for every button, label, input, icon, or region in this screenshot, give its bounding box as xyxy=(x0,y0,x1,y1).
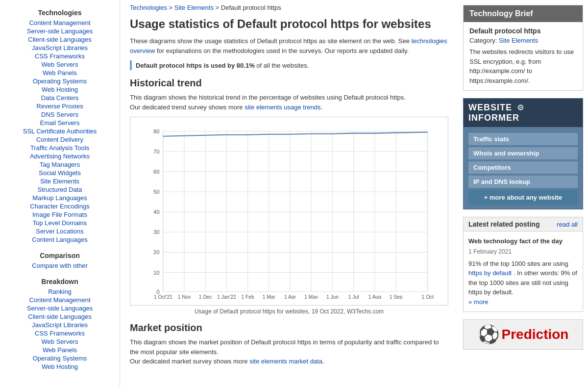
breadcrumb-site-elements[interactable]: Site Elements xyxy=(174,4,214,11)
sidebar-item-data-centers[interactable]: Data Centers xyxy=(0,94,120,102)
latest-post-date: 1 February 2021 xyxy=(468,247,578,256)
svg-text:1 Aug: 1 Aug xyxy=(368,294,382,299)
sidebar-breakdown-content-management[interactable]: Content Management xyxy=(0,296,120,304)
tech-brief-item-title: Default protocol https xyxy=(469,27,577,35)
sidebar-item-tag-managers[interactable]: Tag Managers xyxy=(0,160,120,169)
latest-post-text: 91% of the top 1000 sites are using http… xyxy=(468,259,578,297)
sidebar-item-server-side-languages[interactable]: Server-side Languages xyxy=(0,27,120,35)
sidebar-item-web-hosting[interactable]: Web Hosting xyxy=(0,85,120,94)
usage-stat-suffix: of all the websites. xyxy=(256,62,309,69)
sidebar-breakdown-client-side-languages[interactable]: Client-side Languages xyxy=(0,312,120,321)
sidebar-breakdown-web-hosting[interactable]: Web Hosting xyxy=(0,362,120,371)
sidebar-item-content-delivery[interactable]: Content Delivery xyxy=(0,135,120,144)
tech-brief: Technology Brief Default protocol https … xyxy=(463,5,583,91)
sidebar-item-web-panels[interactable]: Web Panels xyxy=(0,69,120,77)
sidebar-item-traffic-analysis-tools[interactable]: Traffic Analysis Tools xyxy=(0,144,120,152)
sidebar-item-social-widgets[interactable]: Social Widgets xyxy=(0,169,120,177)
sidebar-item-advertising-networks[interactable]: Advertising Networks xyxy=(0,152,120,160)
sidebar-breakdown-web-servers[interactable]: Web Servers xyxy=(0,337,120,346)
svg-text:20: 20 xyxy=(153,250,160,256)
usage-stat-bold: Default protocol https is used by 80.1% xyxy=(136,62,255,69)
svg-text:50: 50 xyxy=(153,189,160,195)
sidebar-item-reverse-proxies[interactable]: Reverse Proxies xyxy=(0,102,120,110)
wi-logo-website: WEBSITE xyxy=(468,103,512,112)
https-by-default-link[interactable]: https by default xyxy=(468,269,512,277)
svg-text:30: 30 xyxy=(153,230,160,235)
sidebar-breakdown-web-panels[interactable]: Web Panels xyxy=(0,346,120,354)
intro-text: These diagrams show the usage statistics… xyxy=(130,36,448,55)
sidebar-item-server-locations[interactable]: Server Locations xyxy=(0,227,120,235)
svg-text:40: 40 xyxy=(153,209,160,215)
wi-logo-icon: ⚙ xyxy=(517,103,524,112)
svg-text:1 Nov: 1 Nov xyxy=(178,294,192,299)
wi-ad-header: WEBSITE ⚙ INFORMER xyxy=(464,99,583,127)
wi-dns-lookup-btn[interactable]: IP and DNS lookup xyxy=(468,176,578,188)
wi-whois-btn[interactable]: Whois and ownership xyxy=(468,147,578,159)
sidebar-item-javascript-libraries[interactable]: JavaScript Libraries xyxy=(0,44,120,52)
sidebar-item-compare-with-other[interactable]: Compare with other xyxy=(0,261,120,270)
usage-stat-bar: Default protocol https is used by 80.1% … xyxy=(130,60,448,70)
market-desc: This diagram shows the market position o… xyxy=(130,337,448,366)
svg-text:1 Jul: 1 Jul xyxy=(348,294,359,299)
wi-more-btn[interactable]: + more about any website xyxy=(468,190,578,205)
sidebar-item-structured-data[interactable]: Structured Data xyxy=(0,185,120,194)
tech-brief-category: Category: Site Elements xyxy=(469,37,577,44)
sidebar-item-email-servers[interactable]: Email Servers xyxy=(0,119,120,127)
market-position-title: Market position xyxy=(130,322,448,334)
website-informer-ad: WEBSITE ⚙ INFORMER Traffic stats Whois a… xyxy=(463,98,583,209)
latest-posting-header: Latest related posting read all xyxy=(464,217,583,232)
sidebar-item-site-elements[interactable]: Site Elements xyxy=(0,177,120,185)
latest-posting-title: Latest related posting xyxy=(468,220,539,228)
soccer-ball-icon: ⚽ xyxy=(478,324,500,345)
sidebar-item-operating-systems[interactable]: Operating Systems xyxy=(0,77,120,85)
soccer-ad-content: ⚽ Prediction xyxy=(464,320,583,349)
sidebar-item-ssl-certificate-authorities[interactable]: SSL Certificate Authorities xyxy=(0,127,120,135)
prediction-text: Prediction xyxy=(502,327,569,342)
latest-post-text-part1: 91% of the top 1000 sites are using xyxy=(468,260,568,267)
breadcrumb-technologies[interactable]: Technologies xyxy=(130,4,167,11)
svg-text:1 Jan'22: 1 Jan'22 xyxy=(217,294,236,299)
sidebar-item-markup-languages[interactable]: Markup Languages xyxy=(0,194,120,202)
sidebar-item-css-frameworks[interactable]: CSS Frameworks xyxy=(0,52,120,60)
tech-brief-category-link[interactable]: Site Elements xyxy=(499,37,538,44)
sidebar-item-top-level-domains[interactable]: Top Level Domains xyxy=(0,219,120,227)
page-title: Usage statistics of Default protocol htt… xyxy=(130,16,448,31)
wi-competitors-btn[interactable]: Competitors xyxy=(468,161,578,174)
y-axis: 80 70 60 50 40 30 20 10 0 xyxy=(153,129,428,295)
sidebar-item-client-side-languages[interactable]: Client-side Languages xyxy=(0,35,120,44)
breadcrumb-sep2: > xyxy=(216,4,221,11)
site-elements-usage-trends-link[interactable]: site elements usage trends xyxy=(245,103,320,111)
sidebar-item-content-languages[interactable]: Content Languages xyxy=(0,235,120,244)
read-all-link[interactable]: read all xyxy=(557,221,578,228)
sidebar-breakdown-server-side-languages[interactable]: Server-side Languages xyxy=(0,304,120,312)
wi-logo-text: WEBSITE ⚙ INFORMER xyxy=(468,103,578,123)
wi-traffic-stats-btn[interactable]: Traffic stats xyxy=(468,133,578,145)
sidebar-breakdown-javascript-libraries[interactable]: JavaScript Libraries xyxy=(0,321,120,329)
historical-desc-part2: Our dedicated trend survey shows more xyxy=(130,103,243,111)
chart-caption: Usage of Default protocol https for webs… xyxy=(130,308,448,315)
tech-brief-body: Default protocol https Category: Site El… xyxy=(464,22,583,90)
sidebar-breakdown-css-frameworks[interactable]: CSS Frameworks xyxy=(0,329,120,337)
market-desc-part1: This diagram shows the market position o… xyxy=(130,338,439,356)
soccer-prediction-ad: ⚽ Prediction xyxy=(463,319,583,350)
latest-post-more-link[interactable]: » more xyxy=(468,298,488,306)
sidebar-item-dns-servers[interactable]: DNS Servers xyxy=(0,110,120,119)
latest-post-item-title: Web technology fact of the day xyxy=(468,236,578,246)
sidebar-item-content-management[interactable]: Content Management xyxy=(0,19,120,27)
historical-chart-svg: 80 70 60 50 40 30 20 10 0 xyxy=(135,122,443,299)
breadcrumb: Technologies > Site Elements > Default p… xyxy=(130,4,448,11)
sidebar-breakdown-ranking[interactable]: Ranking xyxy=(0,287,120,296)
sidebar-breakdown-operating-systems[interactable]: Operating Systems xyxy=(0,354,120,362)
sidebar-item-image-file-formats[interactable]: Image File Formats xyxy=(0,210,120,219)
usage-bar-indicator xyxy=(130,60,132,70)
svg-text:1 Sep: 1 Sep xyxy=(390,294,403,299)
breakdown-section-title: Breakdown xyxy=(0,274,120,287)
svg-text:1 Jun: 1 Jun xyxy=(326,294,339,299)
historical-trend-title: Historical trend xyxy=(130,77,448,89)
svg-text:10: 10 xyxy=(153,270,160,276)
sidebar-item-web-servers[interactable]: Web Servers xyxy=(0,60,120,69)
site-elements-market-data-link[interactable]: site elements market data xyxy=(249,358,322,365)
latest-posting-body: Web technology fact of the day 1 Februar… xyxy=(464,232,583,311)
sidebar-item-character-encodings[interactable]: Character Encodings xyxy=(0,202,120,210)
breadcrumb-sep1: > xyxy=(169,4,174,11)
